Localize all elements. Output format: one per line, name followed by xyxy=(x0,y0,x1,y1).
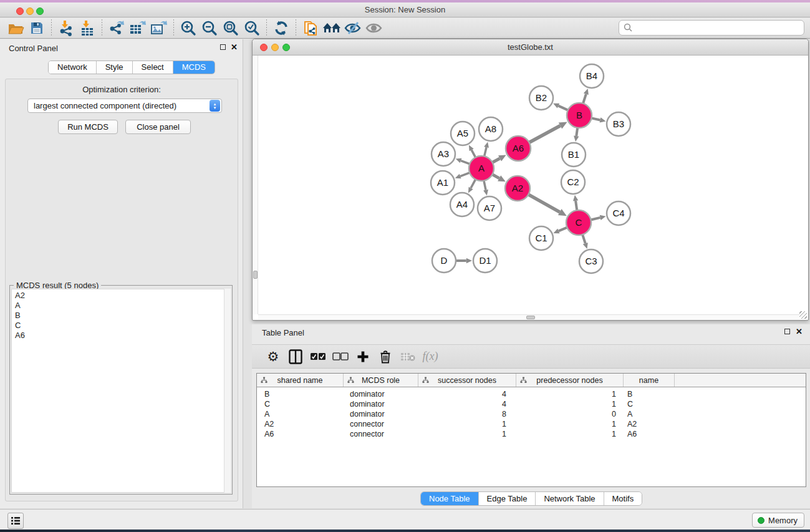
table-cell[interactable]: dominator xyxy=(344,399,418,409)
table-cell[interactable]: 1 xyxy=(418,429,516,439)
table-cell[interactable]: 8 xyxy=(418,409,516,419)
table-cell[interactable]: 1 xyxy=(418,419,516,429)
criterion-dropdown[interactable]: largest connected component (directed) ▲… xyxy=(27,99,222,113)
import-network-button[interactable] xyxy=(55,19,77,37)
search-field[interactable] xyxy=(619,20,804,36)
edge-A2-C[interactable] xyxy=(528,195,559,212)
column-layout-button[interactable] xyxy=(284,347,307,366)
table-cell[interactable]: dominator xyxy=(344,409,418,419)
table-cell[interactable]: connector xyxy=(344,429,418,439)
show-details-button[interactable] xyxy=(364,19,385,37)
horizontal-scroll-thumb[interactable] xyxy=(526,316,535,319)
column-header-predecessor-nodes[interactable]: predecessor nodes xyxy=(516,374,624,387)
add-column-button[interactable] xyxy=(352,347,374,366)
edge-A-A2[interactable] xyxy=(493,175,499,178)
memory-button[interactable]: Memory xyxy=(752,513,804,528)
network-horizontal-scrollbar[interactable] xyxy=(258,314,799,319)
table-cell[interactable]: connector xyxy=(344,419,418,429)
hide-details-button[interactable] xyxy=(342,19,364,37)
table-settings-button[interactable]: ⚙ xyxy=(262,347,284,366)
mcds-result-item[interactable]: A6 xyxy=(15,331,230,341)
table-cell[interactable]: 4 xyxy=(418,389,516,399)
zoom-selected-button[interactable] xyxy=(241,19,263,37)
table-cell[interactable]: A2 xyxy=(624,419,675,429)
table-cell[interactable]: C xyxy=(257,399,344,409)
run-mcds-button[interactable]: Run MCDS xyxy=(58,120,118,134)
export-network-button[interactable] xyxy=(106,19,127,37)
zoom-in-button[interactable] xyxy=(178,19,199,37)
edge-B-B3[interactable] xyxy=(592,118,600,120)
table-cell[interactable]: A xyxy=(257,409,344,419)
deselect-all-button[interactable] xyxy=(329,347,352,366)
close-table-panel-icon[interactable]: ✕ xyxy=(796,328,803,335)
table-cell[interactable]: A xyxy=(624,409,675,419)
search-input[interactable] xyxy=(633,23,804,32)
edge-C-C1[interactable] xyxy=(559,228,567,231)
delete-column-button[interactable] xyxy=(374,347,397,366)
table-cell[interactable]: 1 xyxy=(516,429,624,439)
tab-node-table[interactable]: Node Table xyxy=(421,492,479,505)
table-cell[interactable]: dominator xyxy=(344,389,418,399)
import-table-button[interactable] xyxy=(77,19,98,37)
table-cell[interactable]: A6 xyxy=(257,429,344,439)
mcds-result-item[interactable]: C xyxy=(15,321,230,331)
clone-network-button[interactable] xyxy=(300,19,321,37)
edge-B-B4[interactable] xyxy=(583,94,586,104)
show-task-history-button[interactable] xyxy=(7,513,24,529)
home-view-button[interactable] xyxy=(321,19,342,37)
zoom-out-button[interactable] xyxy=(199,19,220,37)
edge-C-C3[interactable] xyxy=(582,235,586,243)
edge-A-A3[interactable] xyxy=(461,161,470,164)
save-session-button[interactable] xyxy=(26,19,47,37)
table-row[interactable]: A2connector11A2 xyxy=(257,419,806,429)
tab-style[interactable]: Style xyxy=(97,61,133,74)
edge-A-A8[interactable] xyxy=(485,147,486,156)
tab-network[interactable]: Network xyxy=(49,61,97,74)
window-resize-grip[interactable] xyxy=(799,311,807,319)
export-table-button[interactable] xyxy=(127,19,148,37)
function-builder-button[interactable]: f(x) xyxy=(419,347,441,366)
edge-B-B2[interactable] xyxy=(558,106,567,110)
edge-A6-B[interactable] xyxy=(529,125,561,142)
table-cell[interactable]: A6 xyxy=(624,429,675,439)
refresh-view-button[interactable] xyxy=(271,19,292,37)
edge-A-A4[interactable] xyxy=(471,180,475,188)
tab-network-table[interactable]: Network Table xyxy=(536,492,604,505)
edge-C-C4[interactable] xyxy=(591,218,600,220)
float-table-panel-icon[interactable] xyxy=(784,329,790,334)
edge-A-A6[interactable] xyxy=(493,158,500,162)
table-cell[interactable]: 1 xyxy=(516,389,624,399)
network-vertical-scrollbar[interactable] xyxy=(253,56,258,314)
table-cell[interactable]: 1 xyxy=(516,399,624,409)
column-header-MCDS-role[interactable]: MCDS role xyxy=(344,374,418,387)
float-panel-icon[interactable] xyxy=(220,44,226,50)
result-list-scrollbar[interactable] xyxy=(224,289,231,493)
column-header-successor-nodes[interactable]: successor nodes xyxy=(418,374,516,387)
tab-select[interactable]: Select xyxy=(133,61,173,74)
open-session-button[interactable] xyxy=(5,19,26,37)
edge-A-A7[interactable] xyxy=(484,181,486,190)
delete-table-button[interactable] xyxy=(397,347,419,366)
export-image-button[interactable] xyxy=(148,19,170,37)
table-row[interactable]: Adominator80A xyxy=(257,409,806,419)
table-cell[interactable]: B xyxy=(624,389,675,399)
mcds-result-item[interactable]: A xyxy=(15,301,230,311)
table-row[interactable]: Cdominator41C xyxy=(257,399,806,409)
tab-edge-table[interactable]: Edge Table xyxy=(479,492,536,505)
table-cell[interactable]: C xyxy=(624,399,675,409)
tab-motifs[interactable]: Motifs xyxy=(604,492,642,505)
table-cell[interactable]: B xyxy=(257,389,344,399)
network-graph-canvas[interactable]: B4B2BB3A5A8A6B1A3AA1C2A2A4A7CC4C1C3DD1 xyxy=(253,39,809,321)
edge-B-B1[interactable] xyxy=(576,128,577,136)
vertical-scroll-thumb[interactable] xyxy=(253,271,258,279)
column-header-name[interactable]: name xyxy=(624,374,675,387)
mcds-result-item[interactable]: B xyxy=(15,311,230,321)
close-panel-button[interactable]: Close panel xyxy=(125,120,191,134)
table-cell[interactable]: 4 xyxy=(418,399,516,409)
mcds-result-item[interactable]: A2 xyxy=(15,291,230,301)
mcds-result-list[interactable]: A2ABCA6 xyxy=(11,289,231,493)
tab-mcds[interactable]: MCDS xyxy=(173,61,215,74)
edge-A-A1[interactable] xyxy=(460,173,470,177)
table-cell[interactable]: 0 xyxy=(516,409,624,419)
edge-C-C2[interactable] xyxy=(576,201,577,210)
